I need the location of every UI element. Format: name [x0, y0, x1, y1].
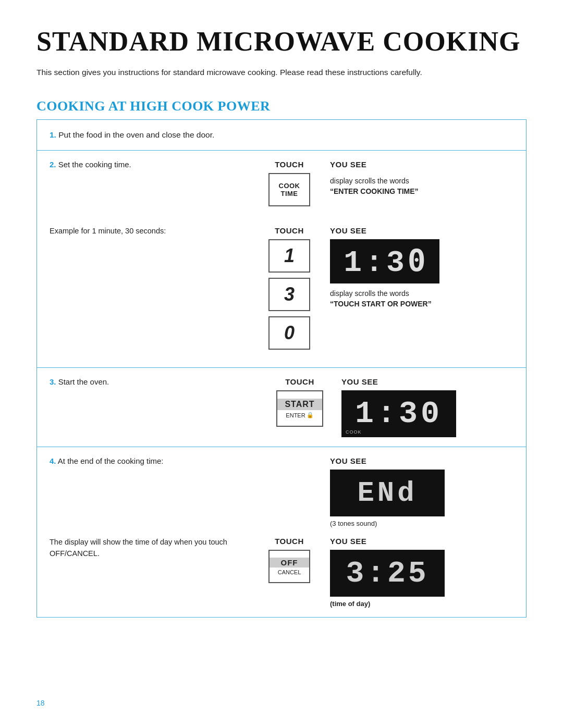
- you-see-col-3: YOU SEE 1:30 COOK: [341, 377, 487, 437]
- lock-icon: 🔒: [307, 412, 314, 418]
- lcd-130-step3-text: 1:30: [355, 396, 443, 431]
- step-2-example: Example for 1 minute, 30 seconds: TOUCH …: [50, 226, 513, 355]
- step-4-left: 4. At the end of the cooking time:: [50, 456, 253, 465]
- you-see-header-4b: YOU SEE: [330, 537, 366, 546]
- example-text: Example for 1 minute, 30 seconds:: [50, 227, 166, 235]
- step-4-right-top: YOU SEE ENd (3 tones sound): [263, 456, 513, 527]
- enter-label: ENTER 🔒: [286, 412, 313, 418]
- cook-label: COOK: [346, 429, 362, 435]
- you-see-col-4b: YOU SEE 3:25 (time of day): [330, 537, 476, 608]
- step-4-subrow-right: TOUCH OFF CANCEL YOU SEE 3:25 (time of d…: [263, 537, 513, 608]
- step-2-example-left: Example for 1 minute, 30 seconds:: [50, 226, 253, 235]
- you-see-header-3: YOU SEE: [341, 377, 378, 386]
- display-note-quote-1: “ENTER COOKING TIME”: [330, 187, 419, 195]
- lcd-time-text: 3:25: [346, 557, 429, 590]
- touch-col-1: TOUCH COOK TIME: [263, 160, 315, 206]
- you-see-col-2: YOU SEE 1:30 display scrolls the words “…: [330, 226, 476, 309]
- lcd-display-130-step3: 1:30 COOK: [341, 390, 456, 437]
- lcd-display-time: 3:25: [330, 550, 445, 597]
- touch-col-2: TOUCH 1 3 0: [263, 226, 315, 355]
- step-4-sub-text: The display will show the time of day wh…: [50, 538, 227, 558]
- tones-note: (3 tones sound): [330, 520, 377, 527]
- off-cancel-button[interactable]: OFF CANCEL: [268, 550, 310, 583]
- step-3-description: Start the oven.: [58, 377, 109, 386]
- you-see-col-1: YOU SEE display scrolls the words “ENTER…: [330, 160, 476, 196]
- lcd-130-text: 1:30: [344, 243, 425, 280]
- step-3-left: 3. Start the oven.: [50, 377, 263, 386]
- step-1-row: 1. Put the food in the oven and close th…: [37, 120, 526, 151]
- touch-header-3: TOUCH: [285, 377, 314, 386]
- step-4-number: 4.: [50, 456, 56, 465]
- display-note-1: display scrolls the words “ENTER COOKING…: [330, 176, 419, 196]
- you-see-header-1: YOU SEE: [330, 160, 366, 169]
- lcd-end-text: ENd: [357, 477, 417, 509]
- step-3-number: 3.: [50, 377, 56, 386]
- time-of-day-note: (time of day): [330, 600, 370, 608]
- step-4-row: 4. At the end of the cooking time: YOU S…: [37, 447, 526, 617]
- start-button[interactable]: START ENTER 🔒: [276, 390, 323, 427]
- cook-time-line2: TIME: [280, 190, 298, 198]
- step-1-number: 1.: [50, 130, 56, 139]
- page-title: Standard Microwave Cooking: [36, 26, 527, 57]
- display-note-bold-2: display scrolls the words: [330, 289, 409, 298]
- key-1-button[interactable]: 1: [268, 239, 310, 273]
- cook-time-button[interactable]: COOK TIME: [268, 173, 310, 206]
- step-1-description: Put the food in the oven and close the d…: [58, 130, 214, 139]
- step-2-label: 2. Set the cooking time.: [50, 160, 253, 169]
- step-4-subrow-left: The display will show the time of day wh…: [50, 537, 253, 560]
- touch-header-1: TOUCH: [275, 160, 304, 169]
- step-3-row: 3. Start the oven. TOUCH START ENTER 🔒 Y…: [37, 368, 526, 447]
- off-label: OFF: [270, 558, 309, 567]
- step-2-right: TOUCH COOK TIME YOU SEE display scrolls …: [263, 160, 513, 206]
- key-0-button[interactable]: 0: [268, 316, 310, 350]
- lcd-display-end: ENd: [330, 470, 445, 516]
- key-3-button[interactable]: 3: [268, 278, 310, 311]
- step-4-description: At the end of the cooking time:: [58, 456, 164, 465]
- start-label: START: [277, 399, 322, 410]
- step-2-example-right: TOUCH 1 3 0 YOU SEE 1:30: [263, 226, 513, 355]
- instruction-box: 1. Put the food in the oven and close th…: [36, 119, 527, 618]
- step-2-number: 2.: [50, 160, 56, 169]
- lcd-display-130: 1:30: [330, 239, 439, 283]
- display-note-quote-2: “TOUCH START OR POWER”: [330, 300, 432, 308]
- cook-time-line1: COOK: [279, 182, 300, 190]
- you-see-col-4a: YOU SEE ENd (3 tones sound): [330, 456, 476, 527]
- touch-col-3: TOUCH START ENTER 🔒: [274, 377, 326, 427]
- touch-header-2: TOUCH: [275, 226, 304, 235]
- step-2-row: 2. Set the cooking time. TOUCH COOK TIME: [37, 151, 526, 368]
- you-see-header-4a: YOU SEE: [330, 456, 366, 465]
- step-4-subrow: The display will show the time of day wh…: [50, 537, 513, 608]
- page-number: 18: [36, 699, 45, 707]
- title-part1: Standard: [36, 27, 189, 56]
- touch-header-4: TOUCH: [275, 537, 304, 546]
- intro-text: This section gives you instructions for …: [36, 66, 464, 79]
- step-1-text: 1. Put the food in the oven and close th…: [50, 130, 214, 139]
- display-note-bold-1: display scrolls the words: [330, 177, 409, 185]
- step-2-description: Set the cooking time.: [58, 160, 131, 169]
- touch-col-4: TOUCH OFF CANCEL: [263, 537, 315, 583]
- cancel-label: CANCEL: [278, 569, 301, 575]
- step-3-right: TOUCH START ENTER 🔒 YOU SEE 1:30 COOK: [274, 377, 513, 437]
- title-part3: Cooking: [383, 27, 520, 56]
- you-see-header-2: YOU SEE: [330, 226, 366, 235]
- step-2-left: 2. Set the cooking time.: [50, 160, 253, 169]
- section-title: Cooking at High Cook Power: [36, 98, 527, 114]
- title-part2: Microwave: [197, 27, 375, 56]
- display-note-2: display scrolls the words “TOUCH START O…: [330, 289, 432, 309]
